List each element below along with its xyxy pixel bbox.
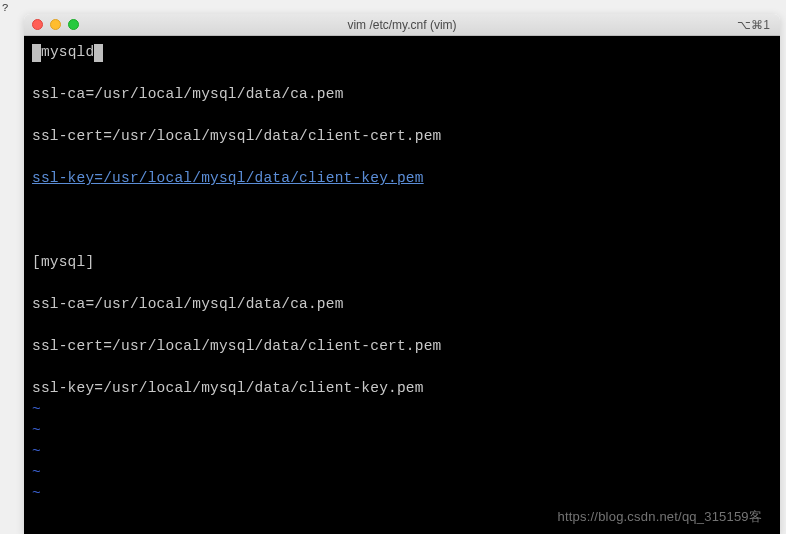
ssl-key-link: ssl-key=/usr/local/mysql/data/client-key… (32, 170, 424, 186)
window-title: vim /etc/my.cnf (vim) (24, 18, 780, 32)
file-line: ssl-key=/usr/local/mysql/data/client-key… (32, 378, 772, 399)
section-header-text: mysqld (41, 42, 94, 63)
file-line: ssl-ca=/usr/local/mysql/data/ca.pem (32, 84, 772, 105)
window-shortcut-indicator: ⌥⌘1 (737, 18, 770, 32)
file-line (32, 210, 772, 231)
file-line: ssl-ca=/usr/local/mysql/data/ca.pem (32, 294, 772, 315)
file-line (32, 63, 772, 84)
terminal-window: vim /etc/my.cnf (vim) ⌥⌘1 mysqld ssl-ca=… (24, 14, 780, 534)
file-line (32, 315, 772, 336)
watermark-text: https://blog.csdn.net/qq_315159客 (558, 508, 762, 526)
window-title-bar: vim /etc/my.cnf (vim) ⌥⌘1 (24, 14, 780, 36)
traffic-lights (32, 19, 79, 30)
vim-cursor-end (94, 44, 103, 62)
file-line (32, 231, 772, 252)
file-line (32, 273, 772, 294)
vim-tilde: ~ (32, 399, 772, 420)
vim-tilde: ~ (32, 462, 772, 483)
vim-tilde: ~ (32, 420, 772, 441)
file-line (32, 189, 772, 210)
vim-cursor-line: mysqld (32, 42, 772, 63)
file-line (32, 105, 772, 126)
file-line: [mysql] (32, 252, 772, 273)
close-icon[interactable] (32, 19, 43, 30)
file-line (32, 357, 772, 378)
background-partial-text: ? (2, 2, 9, 14)
vim-cursor (32, 44, 41, 62)
file-line: ssl-cert=/usr/local/mysql/data/client-ce… (32, 336, 772, 357)
file-line: ssl-cert=/usr/local/mysql/data/client-ce… (32, 126, 772, 147)
vim-tilde: ~ (32, 441, 772, 462)
minimize-icon[interactable] (50, 19, 61, 30)
vim-tilde: ~ (32, 483, 772, 504)
file-line (32, 147, 772, 168)
maximize-icon[interactable] (68, 19, 79, 30)
terminal-content[interactable]: mysqld ssl-ca=/usr/local/mysql/data/ca.p… (24, 36, 780, 534)
file-line: ssl-key=/usr/local/mysql/data/client-key… (32, 168, 772, 189)
